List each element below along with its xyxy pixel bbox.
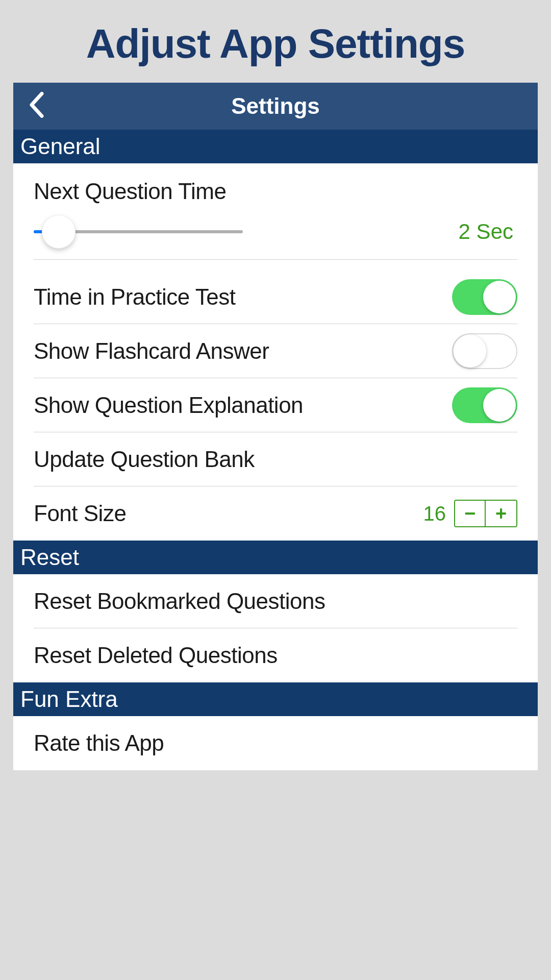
slider-container: 2 Sec — [34, 219, 517, 260]
reset-settings-list: Reset Bookmarked Questions Reset Deleted… — [13, 574, 538, 682]
reset-bookmarked-label: Reset Bookmarked Questions — [34, 589, 325, 614]
font-size-decrease-button[interactable]: − — [455, 501, 486, 526]
show-question-explanation-row: Show Question Explanation — [13, 378, 538, 432]
time-in-practice-row: Time in Practice Test — [13, 270, 538, 324]
update-question-bank-row[interactable]: Update Question Bank — [13, 432, 538, 486]
next-question-time-slider[interactable] — [34, 230, 243, 233]
section-header-reset: Reset — [13, 541, 538, 574]
time-in-practice-toggle[interactable] — [452, 279, 517, 315]
next-question-time-row: Next Question Time 2 Sec — [13, 163, 538, 270]
next-question-time-label: Next Question Time — [34, 179, 517, 204]
reset-deleted-label: Reset Deleted Questions — [34, 643, 278, 668]
general-settings-list: Next Question Time 2 Sec Time in Practic… — [13, 163, 538, 541]
font-size-row: Font Size 16 − + — [13, 486, 538, 541]
font-size-controls: 16 − + — [423, 500, 518, 527]
update-question-bank-label: Update Question Bank — [34, 447, 255, 472]
toggle-knob — [483, 389, 516, 422]
font-size-stepper: − + — [454, 500, 517, 527]
time-in-practice-label: Time in Practice Test — [34, 284, 235, 310]
show-question-explanation-label: Show Question Explanation — [34, 393, 303, 418]
font-size-value: 16 — [423, 502, 446, 525]
fun-extra-settings-list: Rate this App — [13, 716, 538, 770]
toggle-knob — [454, 335, 486, 368]
font-size-label: Font Size — [34, 501, 126, 526]
font-size-increase-button[interactable]: + — [486, 501, 516, 526]
slider-thumb[interactable] — [42, 215, 76, 249]
show-flashcard-answer-label: Show Flashcard Answer — [34, 338, 269, 364]
reset-bookmarked-row[interactable]: Reset Bookmarked Questions — [13, 574, 538, 628]
nav-bar: Settings — [13, 83, 538, 130]
app-frame: Settings General Next Question Time 2 Se… — [13, 83, 538, 770]
show-flashcard-answer-row: Show Flashcard Answer — [13, 324, 538, 378]
page-title: Adjust App Settings — [0, 0, 551, 83]
rate-app-row[interactable]: Rate this App — [13, 716, 538, 770]
toggle-knob — [483, 281, 516, 313]
section-header-general: General — [13, 130, 538, 163]
show-flashcard-answer-toggle[interactable] — [452, 333, 517, 369]
next-question-time-value: 2 Sec — [459, 219, 513, 244]
section-header-fun-extra: Fun Extra — [13, 682, 538, 716]
show-question-explanation-toggle[interactable] — [452, 387, 517, 423]
back-button[interactable] — [29, 91, 44, 118]
reset-deleted-row[interactable]: Reset Deleted Questions — [13, 628, 538, 682]
rate-app-label: Rate this App — [34, 730, 164, 756]
chevron-left-icon — [29, 91, 44, 118]
nav-title: Settings — [13, 93, 538, 119]
